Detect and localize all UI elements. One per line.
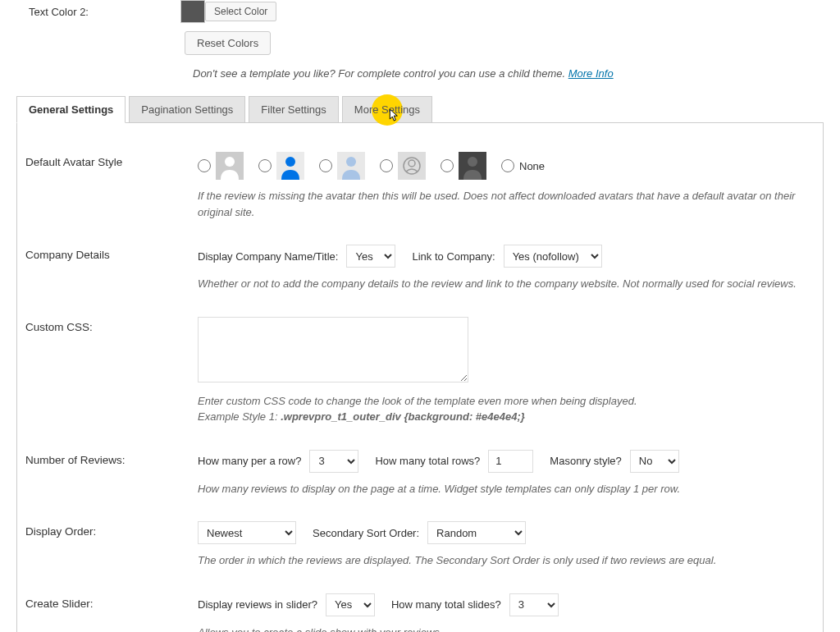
svg-point-4 [409, 160, 415, 167]
avatar-radio-3[interactable] [319, 159, 332, 172]
avatar-radio-5[interactable] [441, 159, 454, 172]
custom-css-textarea[interactable] [198, 317, 468, 382]
link-company-select[interactable]: Yes (nofollow) [504, 245, 602, 268]
avatar-radio-none[interactable] [501, 159, 514, 172]
select-color-button[interactable]: Select Color [205, 2, 276, 21]
settings-tabs: General Settings Pagination Settings Fil… [16, 96, 840, 122]
create-slider-heading: Create Slider: [25, 581, 189, 633]
link-company-label: Link to Company: [412, 250, 495, 263]
slider-display-label: Display reviews in slider? [198, 598, 317, 611]
tab-pagination-settings[interactable]: Pagination Settings [129, 96, 245, 122]
avatar-icon-2 [276, 152, 304, 180]
svg-point-2 [346, 157, 356, 167]
secondary-sort-select[interactable]: Random [427, 521, 526, 544]
text-color-2-label: Text Color 2: [25, 6, 180, 18]
custom-css-description: Enter custom CSS code to change the look… [198, 393, 806, 425]
avatar-option-1[interactable] [198, 152, 244, 180]
masonry-label: Masonry style? [550, 455, 621, 467]
primary-sort-select[interactable]: Newest [198, 521, 296, 544]
tab-filter-settings[interactable]: Filter Settings [249, 96, 338, 122]
avatar-option-3[interactable] [319, 152, 365, 180]
display-company-label: Display Company Name/Title: [198, 250, 338, 263]
display-company-select[interactable]: Yes [346, 245, 395, 268]
avatar-radio-4[interactable] [380, 159, 393, 172]
company-details-heading: Company Details [25, 232, 189, 305]
secondary-sort-label: Secondary Sort Order: [313, 527, 419, 539]
per-row-label: How many per a row? [198, 455, 301, 467]
avatar-radio-1[interactable] [198, 159, 211, 172]
svg-point-1 [285, 157, 295, 167]
number-reviews-heading: Number of Reviews: [25, 437, 189, 510]
slider-total-select[interactable]: 3 [509, 593, 559, 616]
avatar-icon-3 [337, 152, 365, 180]
display-order-heading: Display Order: [25, 509, 189, 581]
per-row-select[interactable]: 3 [309, 450, 358, 473]
template-note: Don't see a template you like? For compl… [193, 67, 815, 80]
total-rows-input[interactable] [488, 450, 533, 473]
masonry-select[interactable]: No [630, 450, 679, 473]
avatar-none-label: None [519, 160, 545, 172]
avatar-radio-2[interactable] [258, 159, 272, 172]
custom-css-heading: Custom CSS: [25, 305, 189, 437]
svg-point-0 [225, 157, 235, 167]
avatar-icon-4 [398, 152, 426, 180]
tab-more-settings[interactable]: More Settings [342, 96, 432, 122]
avatar-icon-5 [459, 152, 486, 180]
default-avatar-heading: Default Avatar Style [25, 140, 189, 232]
avatar-icon-1 [216, 152, 244, 180]
slider-display-select[interactable]: Yes [326, 593, 375, 616]
create-slider-description: Allows you to create a slide show with y… [198, 625, 806, 633]
display-order-description: The order in which the reviews are displ… [198, 552, 806, 569]
reset-colors-button[interactable]: Reset Colors [185, 31, 271, 55]
company-description: Whether or not to add the company detail… [198, 276, 806, 292]
text-color-2-swatch[interactable] [180, 0, 205, 23]
svg-point-5 [468, 157, 477, 167]
avatar-option-5[interactable] [441, 152, 486, 180]
tab-general-settings[interactable]: General Settings [16, 96, 126, 123]
avatar-option-none[interactable]: None [501, 159, 545, 172]
slider-total-label: How many total slides? [391, 598, 501, 611]
cursor-icon [385, 108, 399, 129]
tab-content: Default Avatar Style [16, 122, 824, 632]
more-info-link[interactable]: More Info [568, 67, 614, 80]
avatar-option-4[interactable] [380, 152, 426, 180]
avatar-description: If the review is missing the avatar then… [198, 188, 806, 220]
total-rows-label: How many total rows? [375, 455, 480, 467]
avatar-option-2[interactable] [258, 152, 304, 180]
number-reviews-description: How many reviews to display on the page … [198, 481, 806, 497]
